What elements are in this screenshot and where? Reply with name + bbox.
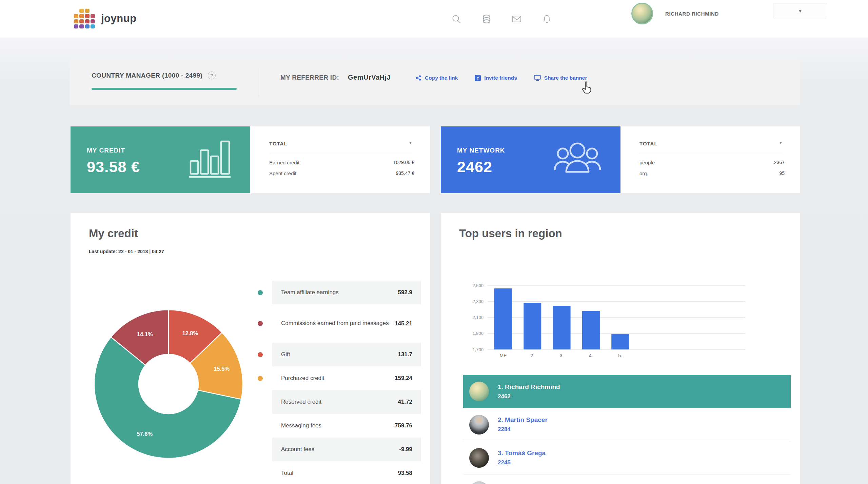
monitor-icon bbox=[534, 75, 541, 81]
user-name: RICHARD RICHMIND bbox=[665, 11, 719, 17]
divider bbox=[639, 153, 783, 153]
avatar bbox=[469, 415, 489, 435]
list-item: Messaging fees -759.76 bbox=[258, 414, 421, 438]
list-item: Account fees -9.99 bbox=[258, 438, 421, 461]
y-axis-tick: 1,900 bbox=[472, 331, 484, 336]
x-axis-tick: 4. bbox=[589, 353, 593, 358]
slice-label: 15.5% bbox=[214, 366, 230, 372]
last-update-text: Last update: 22 - 01 - 2018 | 04:27 bbox=[89, 249, 164, 254]
app-logo[interactable]: joynup bbox=[74, 9, 137, 28]
divider bbox=[258, 67, 258, 96]
bar[interactable] bbox=[524, 303, 541, 349]
bar[interactable] bbox=[582, 311, 600, 349]
list-item: Gift 131.7 bbox=[258, 343, 421, 366]
earned-credit-row: Earned credit1029.06 € bbox=[269, 160, 414, 165]
user-menu[interactable]: RICHARD RICHMIND bbox=[631, 3, 719, 24]
list-item: Purchazed credit 159.24 bbox=[258, 366, 421, 390]
database-icon[interactable] bbox=[481, 14, 492, 24]
app-logo-text: joynup bbox=[101, 13, 137, 25]
share-icon bbox=[415, 75, 421, 81]
bar[interactable] bbox=[611, 334, 629, 349]
y-axis-tick: 2,100 bbox=[472, 315, 484, 320]
darkred-dot-icon bbox=[258, 321, 263, 326]
level-label: COUNTRY MANAGER (1000 - 2499) ? bbox=[92, 72, 216, 79]
x-axis-tick: 5. bbox=[618, 353, 622, 358]
my-credit-card[interactable]: MY CREDIT 93.58 € bbox=[71, 126, 250, 193]
referrer-banner: COUNTRY MANAGER (1000 - 2499) ? MY REFER… bbox=[70, 59, 800, 105]
level-progress-fill bbox=[92, 88, 237, 90]
user-dropdown-button[interactable]: ▼ bbox=[773, 3, 827, 19]
bar[interactable] bbox=[494, 288, 512, 349]
list-item[interactable]: 1. Richard Richmind 2462 bbox=[463, 375, 791, 408]
referrer-id-value: GemUrVaHjJ bbox=[348, 74, 391, 81]
share-banner-button[interactable]: Share the banner bbox=[534, 75, 587, 81]
avatar bbox=[469, 481, 489, 484]
chevron-down-icon[interactable]: ▼ bbox=[779, 141, 783, 145]
copy-link-button[interactable]: Copy the link bbox=[415, 75, 458, 81]
page-title-top-users: Top users in region bbox=[459, 227, 562, 240]
top-navbar: joynup RICHARD RICHMIND ▼ bbox=[0, 0, 868, 38]
bar-chart-icon bbox=[189, 139, 233, 179]
spent-credit-row: Spent credit935.47 € bbox=[269, 170, 414, 176]
top-users-bar-chart: 2,5002,3002,1001,9001,700ME2.3.4.5. bbox=[467, 281, 752, 364]
list-item[interactable]: 3. Tomáš Grega 2245 bbox=[463, 441, 791, 475]
org-row: org.95 bbox=[639, 170, 785, 176]
network-total-card: TOTAL ▼ people2367 org.95 bbox=[620, 126, 800, 193]
teal-dot-icon bbox=[258, 290, 263, 295]
slice-label: 12.8% bbox=[182, 330, 198, 336]
red-dot-icon bbox=[258, 352, 263, 357]
slice-label: 57.6% bbox=[137, 431, 153, 437]
help-icon[interactable]: ? bbox=[208, 72, 216, 79]
avatar bbox=[469, 448, 489, 468]
list-item: Reserved credit 41.72 bbox=[258, 390, 421, 414]
top-users-panel: Top users in region 2,5002,3002,1001,900… bbox=[441, 213, 800, 484]
list-item[interactable]: 2. Martin Spacer 2284 bbox=[463, 408, 791, 441]
divider bbox=[269, 153, 412, 153]
x-axis-tick: 3. bbox=[560, 353, 564, 358]
referrer-id-block: MY REFERRER ID: GemUrVaHjJ bbox=[280, 74, 391, 81]
page-title-my-credit: My credit bbox=[89, 227, 138, 240]
facebook-icon: f bbox=[475, 75, 481, 81]
top-users-list: 1. Richard Richmind 2462 2. Martin Space… bbox=[463, 375, 791, 484]
bar[interactable] bbox=[553, 306, 571, 349]
orange-dot-icon bbox=[258, 376, 263, 381]
joynup-logo-icon bbox=[74, 9, 95, 28]
credit-legend: Team affiliate earnings 592.9 Commission… bbox=[258, 281, 421, 484]
credit-donut-chart: 12.8%15.5%57.6%14.1% bbox=[92, 308, 245, 460]
search-icon[interactable] bbox=[451, 14, 462, 24]
y-axis-tick: 1,700 bbox=[472, 347, 484, 352]
x-axis-tick: ME bbox=[500, 353, 507, 358]
referrer-id-label: MY REFERRER ID: bbox=[280, 74, 339, 81]
list-item[interactable] bbox=[463, 475, 791, 484]
invite-friends-button[interactable]: f Invite friends bbox=[475, 75, 517, 81]
list-item: Total 93.58 bbox=[258, 461, 421, 484]
my-credit-panel: My credit Last update: 22 - 01 - 2018 | … bbox=[71, 213, 430, 484]
slice-label: 14.1% bbox=[137, 331, 153, 337]
y-axis-tick: 2,300 bbox=[472, 299, 484, 304]
chevron-down-icon[interactable]: ▼ bbox=[409, 141, 412, 145]
total-label: TOTAL bbox=[639, 141, 658, 146]
credit-total-card: TOTAL ▼ Earned credit1029.06 € Spent cre… bbox=[250, 126, 430, 193]
y-axis-tick: 2,500 bbox=[472, 283, 484, 288]
avatar bbox=[631, 3, 653, 24]
mail-icon[interactable] bbox=[511, 14, 522, 24]
people-row: people2367 bbox=[639, 160, 785, 165]
x-axis-tick: 2. bbox=[530, 353, 534, 358]
avatar bbox=[469, 382, 489, 401]
level-progress-bar bbox=[92, 88, 237, 90]
people-icon bbox=[552, 139, 603, 176]
bell-icon[interactable] bbox=[541, 14, 552, 24]
list-item: Team affiliate earnings 592.9 bbox=[258, 281, 421, 304]
list-item: Commissions earned from paid messages 14… bbox=[258, 304, 421, 343]
chevron-down-icon: ▼ bbox=[798, 9, 802, 14]
my-network-card[interactable]: MY NETWORK 2462 bbox=[441, 126, 620, 193]
total-label: TOTAL bbox=[269, 141, 288, 146]
